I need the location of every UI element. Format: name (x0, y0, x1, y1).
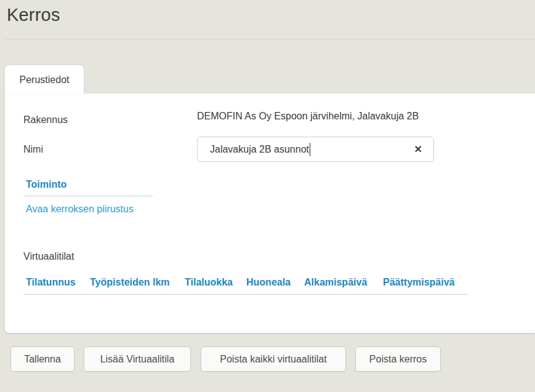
basic-info-panel: Rakennus DEMOFIN As Oy Espoon järvihelmi… (5, 94, 535, 333)
name-input-value: Jalavakuja 2B asunnot (210, 144, 309, 155)
building-label: Rakennus (23, 114, 68, 126)
tab-label: Perustiedot (20, 74, 70, 86)
floor-edit-screen: Kerros Perustiedot Rakennus DEMOFIN As O… (0, 0, 535, 392)
column-header-huoneala[interactable]: Huoneala (246, 277, 291, 288)
text-caret (310, 143, 310, 156)
page-title: Kerros (7, 5, 60, 25)
delete-all-virtual-spaces-button[interactable]: Poista kaikki virtuaalitilat (201, 346, 346, 372)
clear-input-icon[interactable]: ✕ (412, 142, 425, 157)
column-header-tilatunnus[interactable]: Tilatunnus (26, 277, 76, 288)
open-floor-drawing-link[interactable]: Avaa kerroksen piirustus (26, 204, 134, 215)
virtual-spaces-table-header: Tilatunnus Työpisteiden lkm Tilaluokka H… (26, 277, 494, 290)
name-label: Nimi (23, 144, 43, 155)
name-input[interactable]: Jalavakuja 2B asunnot ✕ (197, 137, 434, 162)
header-divider (5, 39, 535, 39)
delete-floor-button[interactable]: Poista kerros (355, 346, 441, 372)
column-header-tyopisteiden-lkm[interactable]: Työpisteiden lkm (90, 277, 170, 288)
save-button[interactable]: Tallenna (10, 346, 74, 372)
add-virtual-space-button[interactable]: Lisää Virtuaalitila (84, 346, 191, 372)
column-header-tilaluokka[interactable]: Tilaluokka (185, 277, 233, 288)
tab-perustiedot[interactable]: Perustiedot (5, 65, 84, 94)
building-value: DEMOFIN As Oy Espoon järvihelmi, Jalavak… (197, 111, 419, 122)
column-header-alkamispaiva[interactable]: Alkamispäivä (304, 277, 367, 288)
column-header-paattymispaiva[interactable]: Päättymispäivä (383, 277, 455, 288)
virtual-spaces-title: Virtuaalitilat (23, 251, 74, 262)
table-header-divider (23, 294, 468, 295)
actions-divider (23, 196, 153, 196)
actions-section-title[interactable]: Toiminto (26, 179, 66, 190)
